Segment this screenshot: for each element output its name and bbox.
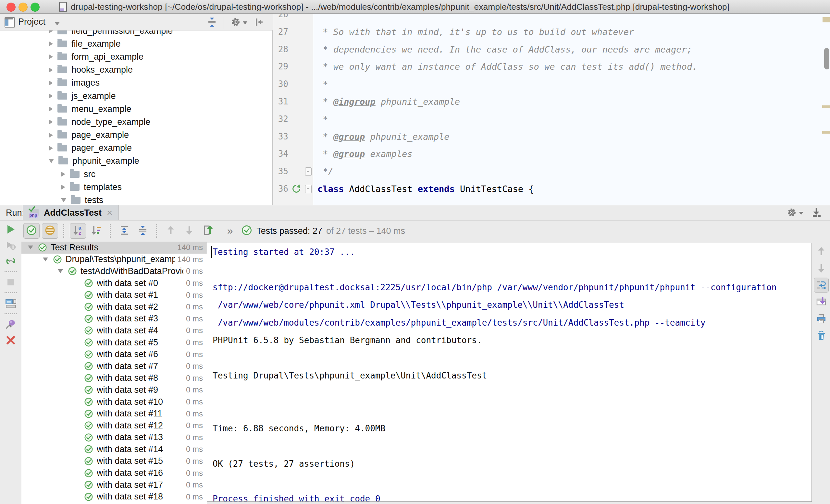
chevron-down-icon[interactable]: [55, 22, 60, 25]
project-tree-item[interactable]: node_type_example: [0, 115, 272, 128]
chevron-collapsed-icon[interactable]: [49, 133, 53, 138]
chevron-collapsed-icon[interactable]: [49, 106, 53, 111]
project-tree-item[interactable]: field_permission_example: [0, 31, 272, 37]
editor-scrollbar-thumb[interactable]: [824, 48, 829, 69]
editor-line[interactable]: 30 *: [273, 75, 830, 93]
project-tree-item[interactable]: templates: [0, 181, 272, 194]
rerun-icon[interactable]: [4, 223, 18, 236]
test-tree-row[interactable]: with data set #110 ms: [22, 408, 207, 420]
chevron-expanded-icon[interactable]: [58, 269, 63, 273]
restore-layout-icon[interactable]: [4, 296, 18, 310]
export-output-icon[interactable]: [814, 295, 829, 309]
project-tree-item[interactable]: menu_example: [0, 102, 272, 115]
chevron-collapsed-icon[interactable]: [49, 80, 53, 86]
chevron-collapsed-icon[interactable]: [49, 146, 53, 151]
run-test-icon[interactable]: [291, 184, 301, 196]
chevron-collapsed-icon[interactable]: [61, 172, 65, 177]
show-passed-button[interactable]: [23, 223, 40, 239]
close-window-button[interactable]: [6, 3, 15, 12]
editor-line[interactable]: 31 * @ingroup phpunit_example: [273, 93, 830, 110]
arrow-up-icon[interactable]: [814, 244, 829, 259]
project-tree-item[interactable]: hooks_example: [0, 64, 272, 76]
chevron-collapsed-icon[interactable]: [49, 41, 53, 46]
test-tree-row[interactable]: with data set #00 ms: [22, 277, 207, 289]
test-tree-row[interactable]: with data set #190 ms: [22, 503, 207, 504]
project-tree-item[interactable]: src: [0, 168, 272, 181]
project-tree-item[interactable]: pager_example: [0, 142, 272, 155]
test-tree-row[interactable]: with data set #120 ms: [22, 420, 207, 432]
test-tree-row[interactable]: with data set #40 ms: [22, 325, 207, 337]
chevron-expanded-icon[interactable]: [49, 159, 54, 163]
test-tree-row[interactable]: with data set #80 ms: [22, 372, 207, 384]
test-tree-row[interactable]: with data set #30 ms: [22, 313, 207, 325]
warning-stripe-mark[interactable]: [822, 105, 830, 108]
test-tree-row[interactable]: with data set #10 ms: [22, 289, 207, 301]
project-tree-item[interactable]: form_api_example: [0, 50, 272, 63]
sort-by-duration-button[interactable]: [88, 223, 104, 239]
chevron-collapsed-icon[interactable]: [61, 184, 65, 190]
close-tab-icon[interactable]: ×: [107, 207, 113, 218]
test-tree-row[interactable]: with data set #140 ms: [22, 443, 207, 456]
fold-marker-icon[interactable]: [305, 167, 312, 176]
clear-all-icon[interactable]: [814, 328, 829, 343]
editor-line[interactable]: 36class AddClassTest extends UnitTestCas…: [273, 180, 830, 198]
collapse-all-button[interactable]: [135, 223, 151, 239]
test-tree-row[interactable]: with data set #70 ms: [22, 360, 207, 372]
warning-stripe-mark[interactable]: [823, 17, 830, 22]
arrow-down-icon[interactable]: [814, 261, 829, 276]
console-output[interactable]: Testing started at 20:37 ...sftp://docke…: [207, 243, 812, 502]
project-tree[interactable]: field_permission_examplefile_exampleform…: [0, 31, 273, 205]
chevron-collapsed-icon[interactable]: [49, 54, 53, 59]
test-tree-row[interactable]: with data set #150 ms: [22, 456, 207, 467]
test-tree-row[interactable]: with data set #90 ms: [22, 384, 207, 396]
auto-test-icon[interactable]: [4, 254, 18, 268]
test-results-tree[interactable]: Test Results140 msDrupal\Tests\phpunit_e…: [22, 242, 207, 504]
test-tree-row[interactable]: with data set #50 ms: [22, 337, 207, 349]
stop-icon[interactable]: [4, 275, 18, 289]
project-tree-item[interactable]: file_example: [0, 37, 272, 50]
print-icon[interactable]: [814, 311, 829, 326]
collapse-all-icon[interactable]: [206, 16, 218, 29]
editor-line[interactable]: 28 * dependencies we need. In the case o…: [273, 41, 830, 58]
next-failed-button[interactable]: [181, 223, 197, 239]
rerun-failed-icon[interactable]: [4, 238, 18, 252]
editor-line[interactable]: 26: [273, 13, 830, 23]
editor-line[interactable]: 32 *: [273, 110, 830, 128]
editor-line[interactable]: 33 * @group phpunit_example: [273, 128, 830, 146]
test-tree-row[interactable]: with data set #180 ms: [22, 491, 207, 503]
test-tree-row[interactable]: Test Results140 ms: [22, 242, 207, 254]
test-tree-row[interactable]: with data set #20 ms: [22, 301, 207, 313]
hide-panel-icon[interactable]: [252, 16, 263, 29]
soft-wrap-icon[interactable]: [814, 278, 829, 293]
test-tree-row[interactable]: with data set #130 ms: [22, 432, 207, 444]
run-settings-button[interactable]: [786, 207, 803, 220]
chevron-collapsed-icon[interactable]: [49, 67, 53, 73]
project-tree-item[interactable]: tests: [0, 194, 272, 205]
show-ignored-button[interactable]: [42, 223, 58, 239]
chevron-expanded-icon[interactable]: [43, 258, 48, 261]
project-tree-item[interactable]: images: [0, 76, 272, 90]
fold-marker-icon[interactable]: [305, 185, 312, 193]
pin-icon[interactable]: [4, 317, 18, 331]
project-tree-item[interactable]: page_example: [0, 129, 272, 142]
test-tree-row[interactable]: with data set #100 ms: [22, 396, 207, 408]
zoom-window-button[interactable]: [31, 3, 40, 12]
editor-line[interactable]: 35 */: [273, 163, 830, 180]
editor-line[interactable]: 34 * @group examples: [273, 145, 830, 163]
test-tree-row[interactable]: with data set #60 ms: [22, 348, 207, 360]
test-tree-row[interactable]: with data set #160 ms: [22, 467, 207, 479]
chevron-expanded-icon[interactable]: [28, 245, 33, 249]
test-tree-row[interactable]: Drupal\Tests\phpunit_examp140 ms: [22, 254, 207, 266]
close-icon[interactable]: [4, 333, 18, 347]
project-tree-item[interactable]: phpunit_example: [0, 155, 272, 168]
previous-failed-button[interactable]: [163, 223, 179, 239]
test-tree-row[interactable]: with data set #170 ms: [22, 479, 207, 491]
test-tree-row[interactable]: testAddWithBadDataProvid0 ms: [22, 265, 207, 277]
chevron-collapsed-icon[interactable]: [49, 31, 53, 33]
editor-line[interactable]: 27 * So with that in mind, it's up to us…: [273, 23, 830, 41]
warning-stripe-mark[interactable]: [822, 131, 830, 134]
import-results-button[interactable]: [200, 223, 216, 239]
settings-button[interactable]: [230, 16, 247, 29]
chevron-collapsed-icon[interactable]: [49, 120, 53, 125]
project-tree-item[interactable]: js_example: [0, 90, 272, 102]
